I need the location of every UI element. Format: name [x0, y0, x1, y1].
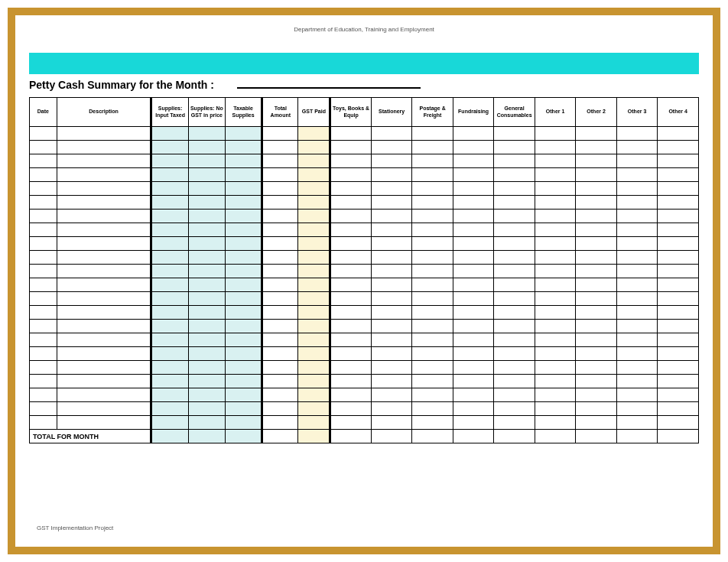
table-cell[interactable] [453, 154, 494, 168]
table-cell[interactable] [30, 210, 57, 223]
table-cell[interactable] [453, 416, 494, 430]
table-cell[interactable] [262, 251, 298, 265]
table-cell[interactable] [658, 237, 699, 251]
table-cell[interactable] [494, 320, 535, 333]
table-cell[interactable] [151, 320, 188, 333]
table-cell[interactable] [535, 347, 576, 361]
table-cell[interactable] [371, 196, 412, 210]
table-cell[interactable] [225, 210, 262, 223]
table-cell[interactable] [371, 251, 412, 265]
table-cell[interactable] [330, 306, 372, 320]
table-cell[interactable] [658, 251, 699, 265]
table-cell[interactable] [576, 306, 617, 320]
table-cell[interactable] [57, 375, 151, 388]
table-cell[interactable] [298, 278, 330, 292]
table-cell[interactable] [616, 347, 658, 361]
table-cell[interactable] [535, 223, 576, 237]
table-cell[interactable] [57, 237, 151, 251]
table-cell[interactable] [576, 320, 617, 333]
table-cell[interactable] [188, 333, 225, 347]
table-cell[interactable] [616, 196, 658, 210]
table-cell[interactable] [151, 292, 188, 306]
table-cell[interactable] [535, 251, 576, 265]
table-cell[interactable] [658, 168, 699, 182]
table-cell[interactable] [535, 388, 576, 402]
table-cell[interactable] [535, 265, 576, 278]
table-cell[interactable] [616, 375, 658, 388]
table-cell[interactable] [616, 320, 658, 333]
table-cell[interactable] [371, 306, 412, 320]
table-cell[interactable] [298, 333, 330, 347]
table-cell[interactable] [494, 292, 535, 306]
table-cell[interactable] [616, 154, 658, 168]
table-cell[interactable] [151, 333, 188, 347]
table-cell[interactable] [151, 251, 188, 265]
table-cell[interactable] [494, 306, 535, 320]
table-cell[interactable] [616, 388, 658, 402]
table-cell[interactable] [535, 141, 576, 154]
table-cell[interactable] [412, 223, 453, 237]
table-cell[interactable] [225, 196, 262, 210]
table-cell[interactable] [371, 154, 412, 168]
table-cell[interactable] [616, 237, 658, 251]
table-cell[interactable] [576, 265, 617, 278]
table-cell[interactable] [262, 223, 298, 237]
table-cell[interactable] [453, 237, 494, 251]
table-cell[interactable] [57, 388, 151, 402]
table-cell[interactable] [412, 320, 453, 333]
table-cell[interactable] [412, 306, 453, 320]
table-cell[interactable] [330, 141, 372, 154]
table-cell[interactable] [262, 416, 298, 430]
table-cell[interactable] [188, 196, 225, 210]
table-cell[interactable] [494, 182, 535, 196]
table-cell[interactable] [262, 306, 298, 320]
table-cell[interactable] [371, 127, 412, 141]
table-cell[interactable] [412, 141, 453, 154]
table-cell[interactable] [188, 141, 225, 154]
table-cell[interactable] [494, 141, 535, 154]
table-cell[interactable] [151, 265, 188, 278]
table-cell[interactable] [616, 182, 658, 196]
table-cell[interactable] [298, 141, 330, 154]
table-cell[interactable] [330, 416, 372, 430]
table-cell[interactable] [658, 196, 699, 210]
table-cell[interactable] [330, 347, 372, 361]
table-cell[interactable] [151, 402, 188, 416]
table-cell[interactable] [330, 182, 372, 196]
table-cell[interactable] [30, 278, 57, 292]
table-cell[interactable] [453, 251, 494, 265]
table-cell[interactable] [57, 168, 151, 182]
table-cell[interactable] [576, 375, 617, 388]
table-cell[interactable] [151, 141, 188, 154]
table-cell[interactable] [494, 416, 535, 430]
table-cell[interactable] [616, 278, 658, 292]
table-cell[interactable] [494, 361, 535, 375]
table-cell[interactable] [225, 154, 262, 168]
table-cell[interactable] [412, 251, 453, 265]
table-cell[interactable] [494, 402, 535, 416]
table-cell[interactable] [151, 210, 188, 223]
table-cell[interactable] [30, 402, 57, 416]
table-cell[interactable] [453, 320, 494, 333]
table-cell[interactable] [535, 154, 576, 168]
table-cell[interactable] [576, 141, 617, 154]
table-cell[interactable] [576, 292, 617, 306]
table-cell[interactable] [576, 168, 617, 182]
table-cell[interactable] [298, 251, 330, 265]
table-cell[interactable] [30, 306, 57, 320]
table-cell[interactable] [453, 388, 494, 402]
table-cell[interactable] [30, 320, 57, 333]
table-cell[interactable] [658, 154, 699, 168]
table-cell[interactable] [225, 251, 262, 265]
table-cell[interactable] [330, 210, 372, 223]
table-cell[interactable] [371, 361, 412, 375]
table-cell[interactable] [453, 168, 494, 182]
table-cell[interactable] [262, 278, 298, 292]
table-cell[interactable] [330, 388, 372, 402]
table-cell[interactable] [57, 154, 151, 168]
table-cell[interactable] [262, 182, 298, 196]
table-cell[interactable] [151, 127, 188, 141]
table-cell[interactable] [576, 210, 617, 223]
table-cell[interactable] [658, 278, 699, 292]
table-cell[interactable] [412, 196, 453, 210]
